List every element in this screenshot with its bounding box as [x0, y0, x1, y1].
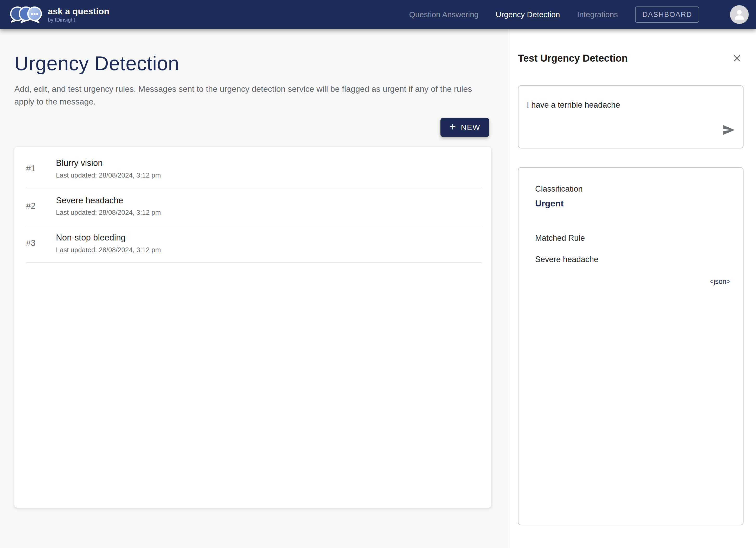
rule-row-2[interactable]: #2 Severe headache Last updated: 28/08/2…: [26, 188, 482, 226]
rule-number: #3: [26, 238, 56, 248]
person-icon: [732, 7, 747, 22]
classification-label: Classification: [535, 184, 731, 194]
page-description: Add, edit, and test urgency rules. Messa…: [14, 83, 480, 108]
sidebar-header: Test Urgency Detection: [518, 52, 744, 65]
send-button[interactable]: [722, 124, 735, 137]
rule-title: Severe headache: [56, 195, 161, 206]
nav-item-question-answering[interactable]: Question Answering: [409, 10, 479, 19]
sidebar-title: Test Urgency Detection: [518, 53, 628, 64]
content-area: Urgency Detection Add, edit, and test ur…: [0, 29, 756, 548]
close-icon: [732, 53, 742, 64]
new-rule-button-label: NEW: [461, 123, 480, 132]
json-link[interactable]: <json>: [535, 277, 731, 286]
app-root: ask a question by IDinsight Question Ans…: [0, 0, 756, 548]
rule-number: #1: [26, 164, 56, 174]
close-sidebar-button[interactable]: [731, 52, 744, 65]
chat-bubbles-icon: [9, 5, 44, 24]
matched-rule-label: Matched Rule: [535, 234, 731, 243]
rule-title: Non-stop bleeding: [56, 233, 161, 243]
main-nav: Question Answering Urgency Detection Int…: [409, 5, 749, 24]
send-icon: [722, 124, 735, 137]
rule-row-1[interactable]: #1 Blurry vision Last updated: 28/08/202…: [26, 151, 482, 188]
rule-content: Non-stop bleeding Last updated: 28/08/20…: [56, 233, 161, 254]
test-urgency-sidebar: Test Urgency Detection I have a terrible…: [508, 29, 756, 548]
rules-toolbar: + NEW: [14, 118, 489, 137]
rule-last-updated: Last updated: 28/08/2024, 3:12 pm: [56, 209, 161, 217]
test-message-input[interactable]: I have a terrible headache: [518, 85, 744, 149]
app-logo[interactable]: ask a question by IDinsight: [9, 5, 109, 24]
logo-text: ask a question by IDinsight: [48, 7, 109, 22]
rule-last-updated: Last updated: 28/08/2024, 3:12 pm: [56, 246, 161, 254]
rule-content: Blurry vision Last updated: 28/08/2024, …: [56, 158, 161, 179]
matched-rule-value: Severe headache: [535, 255, 731, 264]
rules-list-card: #1 Blurry vision Last updated: 28/08/202…: [14, 147, 491, 508]
rule-title: Blurry vision: [56, 158, 161, 168]
logo-subtitle: by IDinsight: [48, 17, 109, 22]
dashboard-button[interactable]: DASHBOARD: [635, 7, 699, 23]
plus-icon: +: [449, 121, 456, 132]
urgency-rules-main: Urgency Detection Add, edit, and test ur…: [0, 29, 508, 548]
rule-content: Severe headache Last updated: 28/08/2024…: [56, 195, 161, 217]
user-avatar[interactable]: [730, 5, 749, 24]
page-title: Urgency Detection: [14, 53, 508, 74]
test-message-value: I have a terrible headache: [527, 100, 620, 110]
classification-value: Urgent: [535, 198, 731, 209]
rule-row-3[interactable]: #3 Non-stop bleeding Last updated: 28/08…: [26, 225, 482, 263]
top-navbar: ask a question by IDinsight Question Ans…: [0, 0, 756, 29]
test-result-card: Classification Urgent Matched Rule Sever…: [518, 167, 744, 525]
logo-title: ask a question: [48, 7, 109, 16]
nav-item-urgency-detection[interactable]: Urgency Detection: [496, 10, 560, 19]
rule-last-updated: Last updated: 28/08/2024, 3:12 pm: [56, 171, 161, 179]
rule-number: #2: [26, 201, 56, 211]
nav-item-integrations[interactable]: Integrations: [577, 10, 618, 19]
new-rule-button[interactable]: + NEW: [440, 118, 489, 137]
